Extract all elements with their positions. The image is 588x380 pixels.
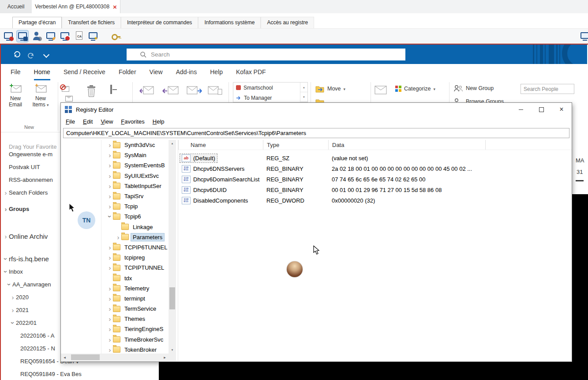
undo-icon[interactable] — [26, 50, 35, 59]
tree-item[interactable]: Tcpip6 — [61, 211, 169, 222]
tree-item[interactable]: Synth3dVsc — [61, 140, 169, 150]
tree-item[interactable]: TermService — [61, 304, 169, 314]
nav-tab[interactable]: Transfert de fichiers — [62, 17, 121, 28]
key-icon[interactable] — [110, 30, 122, 42]
expand-chevron-icon[interactable] — [107, 142, 113, 148]
scroll-up-icon[interactable] — [169, 140, 176, 147]
tree-item[interactable]: SysMain — [61, 150, 169, 160]
send-receive-icon[interactable] — [12, 50, 21, 59]
scrollbar-thumb[interactable] — [169, 287, 175, 309]
expand-chevron-icon[interactable] — [107, 295, 113, 302]
tree-item[interactable]: Themes — [61, 314, 169, 324]
tree-item[interactable]: Linkage — [61, 222, 169, 232]
expand-chevron-icon[interactable] — [107, 346, 113, 353]
scrollbar-thumb[interactable] — [71, 354, 100, 360]
scroll-right-icon[interactable] — [161, 354, 169, 361]
ignore-icon[interactable] — [62, 86, 69, 94]
registry-value-row[interactable]: DisabledComponents REG_DWORD 0x00000020 … — [178, 195, 572, 206]
expand-chevron-icon[interactable] — [10, 307, 16, 313]
column-header-type[interactable]: Type — [263, 140, 329, 150]
tree-item[interactable]: Parameters — [61, 232, 169, 242]
menu-item[interactable]: Send / Receive — [64, 64, 105, 80]
regedit-address-bar[interactable]: Computer\HKEY_LOCAL_MACHINE\SYSTEM\Curre… — [63, 128, 569, 138]
menu-item[interactable]: View — [150, 64, 163, 80]
regedit-menu-item[interactable]: Edit — [79, 116, 97, 127]
nav-tab[interactable]: Interpréteur de commandes — [121, 17, 198, 28]
search-people-input[interactable]: Search People — [521, 84, 574, 94]
expand-chevron-icon[interactable] — [107, 305, 113, 312]
nav-tab[interactable]: Informations système — [198, 17, 261, 28]
minimize-button[interactable] — [511, 103, 531, 116]
attachment-email-icon[interactable] — [207, 85, 222, 96]
menu-item[interactable]: Add-ins — [176, 64, 197, 80]
new-items-button[interactable]: New Items — [28, 83, 53, 108]
expand-chevron-icon[interactable] — [107, 264, 113, 271]
screen-record-icon[interactable] — [59, 30, 71, 42]
expand-chevron-icon[interactable] — [6, 282, 13, 288]
tree-item[interactable]: TabletInputSer — [61, 181, 169, 191]
registry-value-row[interactable]: Dhcpv6DomainSearchList REG_BINARY 07 74 … — [178, 174, 572, 184]
menu-item[interactable]: Help — [210, 64, 223, 80]
column-header-data[interactable]: Data — [329, 140, 486, 150]
tree-item[interactable]: TokenBroker — [61, 345, 169, 354]
expand-chevron-icon[interactable] — [10, 294, 16, 301]
expand-chevron-icon[interactable] — [107, 285, 113, 292]
column-header-name[interactable]: Name — [179, 140, 263, 150]
move-button[interactable]: Move — [315, 85, 345, 93]
tab-accueil[interactable]: Accueil — [0, 0, 32, 13]
regedit-title-bar[interactable]: Registry Editor — [61, 103, 572, 116]
expand-chevron-icon[interactable] — [107, 183, 113, 189]
tree-item[interactable]: terminpt — [61, 293, 169, 304]
expand-chevron-icon[interactable] — [3, 269, 9, 275]
expand-chevron-icon[interactable] — [107, 152, 113, 158]
tree-item[interactable]: TCPIP6TUNNEL — [61, 242, 169, 252]
user-settings-icon[interactable] — [31, 30, 42, 42]
menu-item[interactable]: Kofax PDF — [236, 64, 266, 80]
expand-chevron-icon[interactable] — [107, 316, 113, 322]
scroll-up-icon[interactable] — [300, 83, 307, 92]
tree-item[interactable]: TapiSrv — [61, 191, 169, 201]
forward-icon[interactable] — [186, 85, 203, 96]
menu-item[interactable]: Folder — [119, 64, 136, 80]
expand-chevron-icon[interactable] — [10, 320, 16, 326]
initials-avatar[interactable]: TN — [78, 211, 95, 229]
registry-value-row[interactable]: Dhcpv6DNSServers REG_BINARY 2a 02 18 00 … — [178, 163, 572, 174]
scroll-left-icon[interactable] — [61, 354, 68, 361]
expand-chevron-icon[interactable] — [115, 234, 121, 241]
quick-step-smartschool[interactable]: Smartschool — [233, 83, 307, 93]
screen-lock-icon[interactable] — [17, 30, 28, 42]
tree-item[interactable]: Tcpip — [61, 201, 169, 211]
registry-value-row[interactable]: (Default) REG_SZ (value not set) — [178, 153, 572, 163]
quick-access-chevron-icon[interactable] — [43, 52, 49, 58]
reply-icon[interactable] — [139, 85, 154, 96]
expand-chevron-icon[interactable] — [107, 214, 113, 220]
tree-item[interactable]: TimeBrokerSvc — [61, 335, 169, 345]
menu-item[interactable]: Home — [34, 64, 50, 80]
expand-chevron-icon[interactable] — [107, 244, 113, 251]
remote-screen-icon[interactable] — [579, 30, 588, 42]
expand-chevron-icon[interactable] — [107, 326, 113, 332]
regedit-menu-item[interactable]: Favorites — [117, 116, 148, 127]
registry-value-row[interactable]: Dhcpv6DUID REG_BINARY 00 01 00 01 29 96 … — [178, 184, 572, 195]
expand-chevron-icon[interactable] — [107, 336, 113, 343]
ca-document-icon[interactable] — [73, 30, 85, 42]
scroll-down-icon[interactable] — [300, 92, 307, 102]
quick-step-to-manager[interactable]: To Manager — [233, 93, 307, 102]
regedit-menu-item[interactable]: View — [97, 116, 117, 127]
close-tab-icon[interactable] — [113, 4, 117, 10]
tree-item[interactable]: tcpipreg — [61, 252, 169, 263]
tree-item[interactable]: tdx — [61, 273, 169, 283]
expand-chevron-icon[interactable] — [107, 162, 113, 169]
regedit-menu-item[interactable]: Help — [149, 116, 169, 127]
tree-item[interactable]: TCPIPTUNNEL — [61, 263, 169, 273]
menu-item[interactable]: File — [11, 64, 21, 80]
reply-all-icon[interactable] — [161, 85, 179, 96]
expand-chevron-icon[interactable] — [107, 254, 113, 261]
categorize-button[interactable]: Categorize — [395, 86, 435, 92]
expand-chevron-icon[interactable] — [3, 189, 9, 196]
tree-vertical-scrollbar[interactable] — [169, 140, 176, 354]
tree-item[interactable]: SyUIUExtSvc — [61, 171, 169, 181]
screen-share-icon[interactable] — [3, 30, 14, 42]
tree-item[interactable]: TieringEngineS — [61, 324, 169, 334]
contact-photo-avatar[interactable] — [287, 261, 303, 277]
